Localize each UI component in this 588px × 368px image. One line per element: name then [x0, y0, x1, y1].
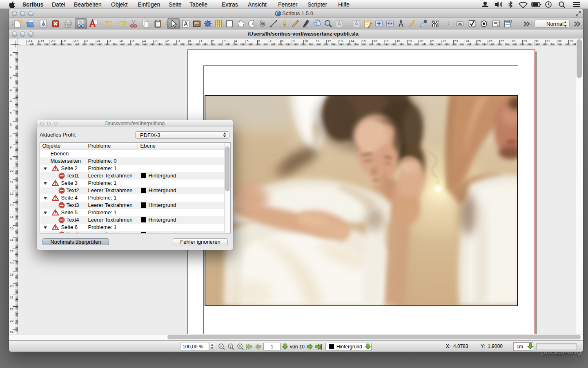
svg-text:-12: -12: [51, 39, 56, 43]
svg-text:12: 12: [327, 39, 331, 43]
svg-text:-11: -11: [62, 39, 67, 43]
svg-text:23: 23: [10, 319, 13, 323]
svg-text:9: 9: [293, 39, 295, 43]
svg-text:1: 1: [200, 39, 203, 43]
svg-text:18: 18: [10, 261, 13, 265]
svg-text:22: 22: [10, 307, 13, 311]
svg-text:6: 6: [10, 123, 12, 126]
svg-text:28: 28: [512, 39, 515, 43]
svg-text:11: 11: [10, 180, 13, 184]
svg-text:7: 7: [10, 134, 12, 138]
svg-text:13: 13: [10, 203, 13, 207]
svg-text:32: 32: [558, 39, 561, 43]
svg-text:20: 20: [420, 39, 423, 43]
svg-text:8: 8: [10, 146, 12, 149]
svg-text:2: 2: [10, 76, 12, 80]
svg-text:30: 30: [535, 39, 539, 43]
svg-text:-13: -13: [39, 39, 44, 43]
svg-text:29: 29: [523, 39, 527, 43]
svg-text:4: 4: [10, 99, 12, 103]
svg-text:-6: -6: [120, 39, 123, 43]
svg-text:3: 3: [224, 39, 226, 43]
svg-text:20: 20: [10, 284, 13, 288]
svg-text:-8: -8: [97, 39, 100, 43]
svg-text:OK: OK: [458, 22, 462, 25]
svg-text:15: 15: [362, 39, 366, 43]
svg-text:22: 22: [443, 39, 446, 43]
svg-text:19: 19: [408, 39, 412, 43]
svg-text:19: 19: [10, 273, 13, 276]
svg-text:-9: -9: [85, 39, 89, 43]
svg-text:24: 24: [466, 39, 470, 43]
svg-text:33: 33: [570, 39, 573, 43]
svg-text:6: 6: [258, 39, 260, 43]
svg-text:-3: -3: [154, 39, 158, 43]
svg-text:25: 25: [477, 39, 481, 43]
svg-text:5: 5: [247, 39, 249, 43]
svg-text:1: 1: [10, 65, 12, 69]
svg-text:18: 18: [396, 39, 400, 43]
svg-text:7: 7: [270, 39, 272, 43]
svg-text:13: 13: [339, 39, 343, 43]
svg-text:21: 21: [10, 296, 13, 299]
svg-text:16: 16: [374, 39, 377, 43]
svg-text:9: 9: [10, 157, 12, 161]
svg-text:3: 3: [10, 88, 12, 92]
svg-text:26: 26: [489, 39, 492, 43]
svg-text:0: 0: [10, 53, 12, 57]
svg-text:10: 10: [304, 39, 308, 43]
svg-text:14: 14: [350, 39, 354, 43]
svg-text:24: 24: [10, 330, 13, 334]
svg-text:15: 15: [10, 227, 13, 230]
svg-text:4: 4: [235, 39, 237, 43]
svg-text:8: 8: [281, 39, 283, 43]
svg-text:21: 21: [431, 39, 435, 43]
svg-text:1: 1: [229, 345, 232, 348]
svg-text:16: 16: [10, 238, 13, 242]
svg-text:-5: -5: [131, 39, 135, 43]
svg-text:-7: -7: [108, 39, 111, 43]
svg-text:-10: -10: [74, 39, 79, 43]
svg-text:27: 27: [500, 39, 504, 43]
svg-text:0: 0: [189, 39, 191, 43]
svg-text:5: 5: [10, 111, 12, 115]
svg-text:12: 12: [10, 192, 13, 195]
svg-text:23: 23: [454, 39, 458, 43]
svg-text:2: 2: [212, 39, 214, 43]
svg-text:-1: -1: [178, 39, 181, 43]
svg-text:17: 17: [385, 39, 389, 43]
svg-text:14: 14: [10, 215, 13, 219]
svg-text:17: 17: [10, 249, 13, 253]
svg-text:10: 10: [10, 169, 13, 173]
svg-text:11: 11: [316, 39, 320, 43]
svg-text:-14: -14: [28, 39, 33, 43]
svg-text:-4: -4: [143, 39, 146, 43]
svg-text:-2: -2: [166, 39, 169, 43]
svg-text:31: 31: [546, 39, 550, 43]
